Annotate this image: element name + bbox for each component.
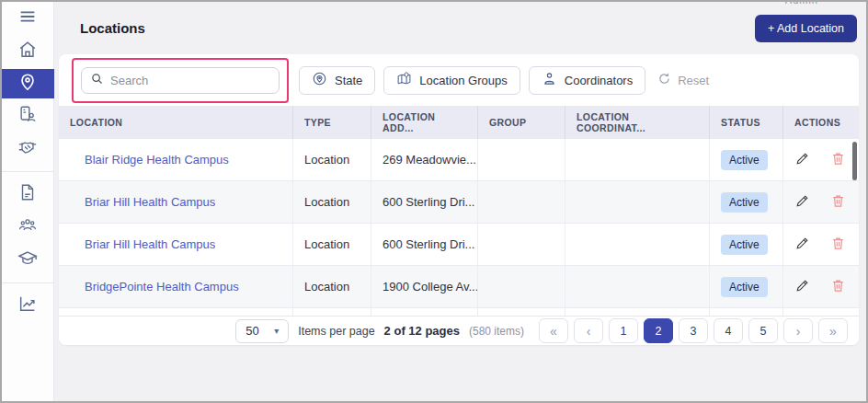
location-name-link[interactable]: Blair Ridge Health Campus (85, 153, 229, 167)
type-cell: Location (293, 139, 371, 180)
table-row: Blair Ridge Health Campus Location 269 M… (59, 139, 859, 181)
pencil-icon (794, 151, 810, 169)
prev-page-button[interactable]: ‹ (574, 318, 603, 343)
coordinator-cell (565, 181, 710, 223)
table-row: Briar Hill Health Campus Location 600 St… (59, 181, 859, 224)
trash-icon (830, 151, 846, 169)
last-page-button[interactable]: » (818, 318, 848, 343)
location-groups-filter-label: Location Groups (419, 74, 507, 87)
column-header-status[interactable]: STATUS (710, 106, 783, 139)
location-name-link[interactable]: Briar Hill Health Campus (85, 195, 215, 209)
document-icon (17, 182, 38, 206)
graduation-cap-icon (17, 248, 38, 272)
clipped-next-row (59, 308, 859, 316)
page-button-3[interactable]: 3 (679, 318, 708, 343)
main-area: Admin Locations + Add Location (54, 2, 866, 401)
trash-icon (830, 236, 846, 254)
state-pin-icon (312, 71, 327, 89)
filter-toolbar: State Location Groups Coordinators (59, 54, 859, 106)
sidebar-item-documents[interactable] (2, 178, 54, 210)
coordinator-cell (565, 224, 710, 265)
sidebar-item-locations[interactable] (2, 69, 54, 98)
edit-button[interactable] (794, 278, 810, 296)
reset-filters-label: Reset (678, 74, 709, 87)
reset-icon (657, 72, 671, 88)
delete-button[interactable] (830, 278, 846, 296)
edit-button[interactable] (794, 193, 810, 212)
column-header-type[interactable]: TYPE (293, 106, 371, 139)
coordinator-cell (565, 266, 710, 307)
sidebar-item-partnerships[interactable] (2, 133, 54, 165)
home-icon (17, 40, 38, 63)
table-row: BridgePointe Health Campus Location 1900… (59, 266, 859, 308)
coordinators-filter-button[interactable]: Coordinators (529, 66, 645, 95)
location-name-link[interactable]: Briar Hill Health Campus (85, 237, 215, 251)
sidebar-divider (2, 282, 54, 283)
address-cell: 600 Sterling Dri... (371, 224, 478, 265)
page-button-2-current[interactable]: 2 (644, 318, 673, 343)
page-button-1[interactable]: 1 (609, 318, 638, 343)
location-groups-filter-button[interactable]: Location Groups (383, 66, 520, 95)
group-cell (478, 181, 565, 223)
users-icon (17, 215, 38, 239)
page-info: 2 of 12 pages (384, 324, 460, 338)
search-field[interactable] (81, 67, 280, 94)
sidebar-item-education[interactable] (2, 245, 54, 276)
locations-table: LOCATION TYPE LOCATION ADD... GROUP LOCA… (59, 106, 859, 316)
status-badge: Active (721, 277, 768, 297)
first-page-button[interactable]: « (539, 318, 568, 343)
edit-button[interactable] (794, 236, 810, 254)
group-cell (478, 224, 565, 265)
status-badge: Active (721, 235, 768, 255)
add-location-button[interactable]: + Add Location (755, 15, 857, 42)
group-cell (478, 266, 565, 307)
coordinators-filter-label: Coordinators (565, 74, 633, 87)
page-size-select[interactable]: 50 ▾ (235, 319, 289, 343)
pencil-icon (794, 278, 810, 296)
coordinator-cell (565, 139, 710, 180)
menu-toggle-button[interactable] (2, 3, 54, 34)
page-button-5[interactable]: 5 (748, 318, 778, 343)
location-name-link[interactable]: BridgePointe Health Campus (85, 280, 239, 294)
search-icon (90, 72, 104, 89)
delete-button[interactable] (830, 236, 846, 254)
edit-button[interactable] (794, 151, 810, 169)
column-header-location[interactable]: LOCATION (59, 106, 293, 139)
status-badge: Active (721, 150, 768, 170)
id-badge-icon (17, 104, 38, 128)
sidebar-item-providers[interactable] (2, 100, 54, 132)
items-count: (580 items) (469, 325, 524, 338)
address-cell: 600 Sterling Dri... (371, 181, 478, 223)
table-footer: 50 ▾ Items per page 2 of 12 pages (580 i… (59, 316, 859, 345)
locations-card: State Location Groups Coordinators (59, 54, 859, 345)
sidebar (2, 2, 54, 401)
admin-label-clipped: Admin (785, 2, 818, 7)
delete-button[interactable] (830, 193, 846, 212)
table-header-row: LOCATION TYPE LOCATION ADD... GROUP LOCA… (59, 106, 859, 139)
items-per-page-label: Items per page (298, 325, 374, 338)
column-header-coordinator[interactable]: LOCATION COORDINAT... (565, 106, 710, 139)
page-size-value: 50 (246, 324, 258, 338)
map-icon (396, 71, 412, 89)
page-title: Locations (80, 20, 145, 36)
state-filter-button[interactable]: State (299, 66, 375, 95)
person-icon (542, 71, 557, 89)
column-header-address[interactable]: LOCATION ADD... (371, 106, 478, 139)
group-cell (478, 139, 565, 180)
sidebar-item-analytics[interactable] (2, 290, 54, 321)
sidebar-item-users[interactable] (2, 212, 54, 243)
delete-button[interactable] (830, 151, 846, 169)
page-button-4[interactable]: 4 (714, 318, 743, 343)
reset-filters-button[interactable]: Reset (657, 72, 709, 88)
next-page-button[interactable]: › (783, 318, 813, 343)
app-window: Admin Locations + Add Location (0, 0, 868, 403)
search-input[interactable] (110, 74, 270, 87)
address-cell: 269 Meadowvie... (371, 139, 478, 180)
column-header-group[interactable]: GROUP (478, 106, 565, 139)
sidebar-item-home[interactable] (2, 36, 54, 67)
table-scrollbar[interactable] (852, 142, 857, 180)
column-header-actions: ACTIONS (783, 106, 859, 139)
address-cell: 1900 College Av... (371, 266, 478, 307)
sidebar-divider (2, 171, 54, 172)
chart-icon (17, 294, 38, 317)
